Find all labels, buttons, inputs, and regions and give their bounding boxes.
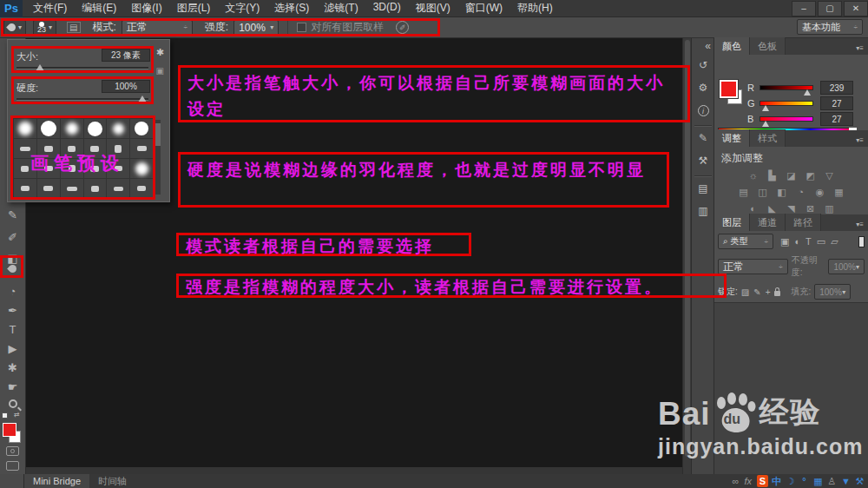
- brush-preset[interactable]: [84, 179, 107, 198]
- foreground-color-swatch[interactable]: [3, 423, 16, 437]
- default-colors-icon[interactable]: [2, 412, 8, 419]
- exposure-icon[interactable]: ◩: [804, 170, 817, 181]
- info-panel-icon[interactable]: i: [692, 104, 714, 116]
- filter-toggle-switch[interactable]: [858, 236, 865, 247]
- brush-preset[interactable]: [107, 179, 129, 198]
- gradient-map-icon[interactable]: ▥: [823, 203, 836, 214]
- channel-mixer-icon[interactable]: ◉: [813, 187, 826, 198]
- red-value-field[interactable]: 239: [820, 81, 853, 95]
- red-slider[interactable]: [760, 85, 813, 90]
- quick-mask-button[interactable]: [6, 446, 19, 456]
- green-slider[interactable]: [760, 101, 813, 106]
- size-slider[interactable]: [16, 67, 148, 69]
- tab-mini-bridge[interactable]: Mini Bridge: [24, 474, 89, 488]
- history-panel-icon[interactable]: ↺: [692, 59, 714, 71]
- brush-preset[interactable]: [130, 139, 153, 158]
- path-select-tool[interactable]: ▶: [0, 339, 25, 358]
- toggle-brush-panel-button[interactable]: ▤: [67, 22, 80, 33]
- link-layers-icon[interactable]: ∞: [733, 476, 740, 486]
- menu-type[interactable]: 文字(Y): [225, 1, 260, 16]
- moon-icon[interactable]: ☽: [785, 475, 796, 487]
- fill-dropdown[interactable]: 100% ▾: [814, 284, 851, 300]
- filter-smart-icon[interactable]: ▱: [831, 236, 838, 247]
- menu-filter[interactable]: 滤镜(T): [324, 1, 358, 16]
- expand-panels-button[interactable]: «: [692, 40, 714, 52]
- foreground-color-swatch[interactable]: [720, 80, 738, 98]
- lock-pixels-icon[interactable]: ✎: [753, 287, 760, 297]
- paragraph-panel-icon[interactable]: ▥: [692, 205, 714, 217]
- tab-layers[interactable]: 图层: [714, 214, 750, 231]
- levels-icon[interactable]: ▙: [766, 170, 779, 181]
- brush-preset[interactable]: [84, 119, 107, 138]
- color-lookup-icon[interactable]: ▦: [832, 187, 845, 198]
- filter-type-icon[interactable]: T: [806, 236, 812, 247]
- brightness-contrast-icon[interactable]: ☼: [746, 170, 760, 181]
- menu-layer[interactable]: 图层(L): [177, 1, 211, 16]
- chinese-mode-icon[interactable]: 中: [771, 475, 782, 487]
- tab-channels[interactable]: 通道: [750, 214, 786, 231]
- menu-view[interactable]: 视图(V): [416, 1, 450, 16]
- panel-menu-icon[interactable]: ▾≡: [852, 136, 868, 147]
- brush-preset[interactable]: [130, 119, 153, 138]
- swap-colors-icon[interactable]: ⇄: [14, 411, 20, 419]
- brush-tool[interactable]: ✎: [0, 205, 25, 224]
- hand-tool[interactable]: ☛: [0, 377, 25, 396]
- hardness-slider-thumb[interactable]: [138, 96, 147, 102]
- menu-select[interactable]: 选择(S): [274, 1, 309, 16]
- hardness-value-field[interactable]: 100%: [102, 80, 150, 93]
- size-value-field[interactable]: 23 像素: [102, 49, 150, 62]
- size-slider-thumb[interactable]: [36, 64, 44, 71]
- punctuation-icon[interactable]: °: [799, 475, 810, 487]
- pen-tool[interactable]: ✒: [0, 300, 25, 320]
- minimize-button[interactable]: –: [792, 1, 816, 16]
- toolbox-icon[interactable]: ⚒: [854, 475, 865, 487]
- filter-shape-icon[interactable]: ▭: [817, 236, 825, 247]
- hardness-slider[interactable]: [16, 98, 148, 101]
- screen-mode-button[interactable]: [6, 461, 19, 471]
- custom-shape-tool[interactable]: ✱: [0, 358, 25, 377]
- menu-window[interactable]: 窗口(W): [465, 1, 503, 16]
- layer-style-icon[interactable]: fx: [744, 476, 752, 486]
- lock-transparency-icon[interactable]: ▨: [741, 287, 749, 297]
- brush-preset[interactable]: [130, 179, 153, 198]
- tab-color[interactable]: 颜色: [714, 37, 750, 55]
- menu-help[interactable]: 帮助(H): [517, 1, 553, 16]
- skin-icon[interactable]: ▼: [840, 475, 852, 487]
- blue-value-field[interactable]: 27: [820, 112, 853, 126]
- brush-preset[interactable]: [37, 119, 60, 138]
- panel-menu-icon[interactable]: ▾≡: [852, 221, 868, 231]
- hue-saturation-icon[interactable]: ▤: [737, 187, 750, 198]
- sample-all-layers-option[interactable]: 对所有图层取样: [297, 20, 384, 35]
- person-icon[interactable]: ♙: [826, 475, 838, 487]
- pressure-size-icon[interactable]: ✐: [396, 21, 409, 34]
- brush-preset[interactable]: [107, 119, 129, 138]
- character-panel-icon[interactable]: ▤: [692, 182, 714, 195]
- gear-icon[interactable]: ✱: [156, 47, 164, 58]
- tab-styles[interactable]: 样式: [750, 129, 786, 147]
- brush-preset[interactable]: [14, 119, 36, 138]
- dodge-tool[interactable]: ◔: [0, 281, 25, 300]
- filter-type-dropdown[interactable]: ⌕ 类型 ÷: [718, 234, 773, 249]
- menu-file[interactable]: 文件(F): [33, 1, 67, 16]
- brushes-panel-icon[interactable]: ✎: [692, 132, 714, 144]
- filter-pixel-icon[interactable]: ▣: [780, 236, 789, 247]
- menu-3d[interactable]: 3D(D): [373, 1, 401, 16]
- menu-image[interactable]: 图像(I): [131, 1, 161, 16]
- brush-preset[interactable]: [61, 179, 83, 198]
- curves-icon[interactable]: ◪: [785, 170, 798, 181]
- photo-filter-icon[interactable]: ◔: [794, 187, 807, 198]
- tool-presets-panel-icon[interactable]: ⚒: [692, 155, 714, 167]
- brush-preset[interactable]: [37, 179, 60, 198]
- green-value-field[interactable]: 27: [820, 96, 853, 110]
- black-white-icon[interactable]: ◧: [775, 187, 788, 198]
- strength-dropdown[interactable]: 100% ▾: [233, 20, 279, 36]
- restore-button[interactable]: ▢: [818, 1, 842, 16]
- blend-mode-dropdown[interactable]: 正常 ÷: [718, 259, 788, 274]
- new-preset-icon[interactable]: ▣: [156, 66, 164, 76]
- color-balance-icon[interactable]: ◫: [756, 187, 769, 198]
- tool-preset-picker[interactable]: ▾: [3, 20, 26, 36]
- brush-preset[interactable]: [61, 119, 83, 138]
- panel-menu-icon[interactable]: ▾≡: [852, 44, 868, 55]
- type-tool[interactable]: T: [0, 320, 25, 339]
- close-button[interactable]: ✕: [844, 1, 868, 16]
